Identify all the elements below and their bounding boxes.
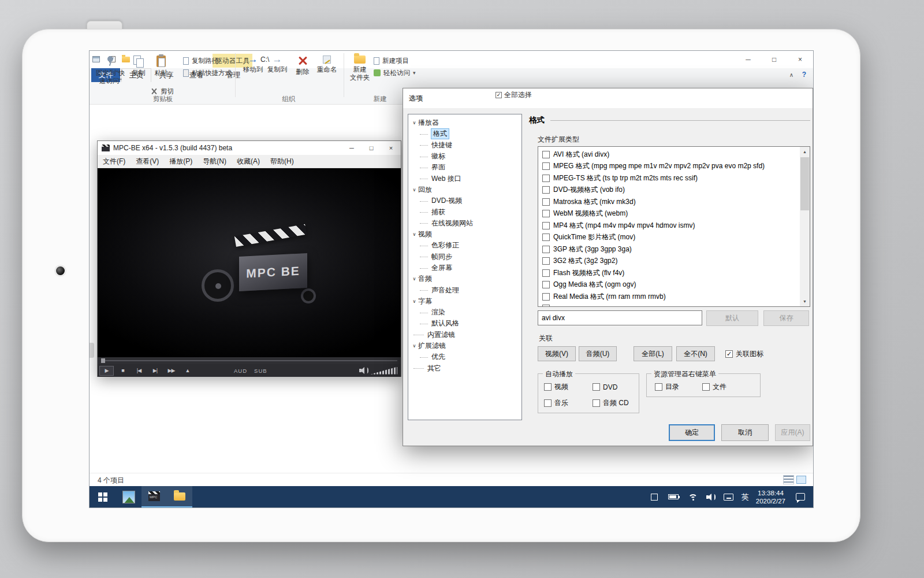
tree-item-Web 接口[interactable]: Web 接口: [408, 173, 521, 184]
tree-item-其它[interactable]: 其它: [408, 363, 521, 374]
left-edge-grip[interactable]: [90, 343, 94, 358]
format-item[interactable]: Real Media 格式 (rm ram rmm rmvb): [538, 291, 798, 303]
battery-icon[interactable]: [668, 494, 679, 499]
tree-item-DVD-视频[interactable]: DVD-视频: [408, 195, 521, 206]
format-item-partial[interactable]: [538, 303, 798, 307]
tree-item-在线视频网站[interactable]: 在线视频网站: [408, 218, 521, 229]
checkbox-unchecked[interactable]: [542, 269, 550, 277]
checkbox-unchecked[interactable]: [542, 162, 550, 170]
mpc-seekbar[interactable]: [98, 357, 401, 364]
copy-button[interactable]: 复制: [128, 53, 150, 77]
tree-item-界面[interactable]: 界面: [408, 162, 521, 173]
chevron-down-icon[interactable]: ∨: [411, 276, 418, 281]
eject-button[interactable]: ▲: [180, 366, 195, 376]
easy-access-button[interactable]: 轻松访问 ▾: [374, 67, 416, 79]
minimize-button[interactable]: ─: [342, 141, 362, 155]
format-item[interactable]: 3G2 格式 (3g2 3gp2): [538, 255, 798, 268]
copy-to-button[interactable]: → 复制到: [265, 53, 289, 73]
checkbox-unchecked[interactable]: [542, 186, 550, 194]
taskbar-mpc-button[interactable]: [141, 486, 167, 507]
close-button[interactable]: ×: [381, 141, 401, 155]
checkbox-unchecked[interactable]: [593, 383, 600, 391]
checkbox-item-目录[interactable]: 目录: [655, 382, 702, 392]
new-item-button[interactable]: 新建项目: [374, 55, 409, 66]
move-to-button[interactable]: → 移动到: [241, 53, 265, 73]
checkbox-unchecked[interactable]: [542, 293, 550, 301]
apply-button[interactable]: 应用(A): [775, 424, 810, 441]
pin-to-quick-access-button[interactable]: 固定到"快速访问": [93, 53, 128, 85]
save-button[interactable]: 保存: [763, 310, 809, 326]
wifi-icon[interactable]: [688, 493, 698, 501]
rename-button[interactable]: 重命名: [314, 53, 340, 73]
volume-slider[interactable]: [371, 367, 397, 375]
action-center-icon[interactable]: [796, 493, 805, 501]
details-view-icon[interactable]: [784, 476, 793, 484]
checkbox-unchecked[interactable]: [544, 383, 552, 391]
paste-shortcut-button[interactable]: 粘贴快捷方式: [183, 67, 232, 79]
maximize-button[interactable]: □: [362, 141, 381, 155]
tree-item-扩展滤镜[interactable]: ∨扩展滤镜: [408, 340, 521, 351]
new-folder-button[interactable]: 新建文件夹: [347, 53, 372, 81]
tree-item-播放器[interactable]: ∨播放器: [408, 117, 521, 128]
tree-item-音频[interactable]: ∨音频: [408, 273, 521, 284]
clock[interactable]: 13:38:44 2020/2/27: [756, 489, 785, 505]
format-item[interactable]: MPEG 格式 (mpg mpeg mpe m1v m2v mpv2 mp2v …: [538, 161, 798, 173]
step-button[interactable]: ▶▶: [164, 366, 178, 376]
copy-path-button[interactable]: 复制路径: [183, 55, 218, 66]
tree-item-回放[interactable]: ∨回放: [408, 184, 521, 195]
cancel-button[interactable]: 取消: [721, 424, 769, 441]
checkbox-unchecked[interactable]: [542, 151, 550, 158]
tree-item-内置滤镜[interactable]: 内置滤镜: [408, 329, 521, 340]
tree-item-声音处理[interactable]: 声音处理: [408, 284, 521, 295]
checkbox-unchecked[interactable]: [702, 383, 710, 391]
scrollbar[interactable]: ▲ ▼: [800, 147, 810, 306]
default-button[interactable]: 默认: [706, 310, 758, 326]
checkbox-unchecked[interactable]: [542, 198, 550, 206]
tree-item-默认风格[interactable]: 默认风格: [408, 318, 521, 329]
associate-icons-checkbox[interactable]: ✓ 关联图标: [725, 349, 763, 359]
ok-button[interactable]: 确定: [669, 424, 715, 441]
seek-thumb[interactable]: [101, 358, 105, 363]
checkbox-unchecked[interactable]: [593, 399, 600, 407]
chevron-down-icon[interactable]: ∨: [411, 187, 418, 192]
menu-item[interactable]: 导航(N): [198, 155, 232, 168]
format-item[interactable]: Flash 视频格式 (flv f4v): [538, 267, 798, 279]
tree-item-渲染[interactable]: 渲染: [408, 307, 521, 318]
maximize-button[interactable]: □: [761, 51, 787, 68]
audio-assoc-button[interactable]: 音频(U): [579, 346, 617, 361]
tray-window-icon[interactable]: [651, 494, 658, 501]
format-item[interactable]: 3GP 格式 (3gp 3gpp 3ga): [538, 243, 798, 255]
checkbox-unchecked[interactable]: [544, 399, 552, 407]
tree-item-色彩修正[interactable]: 色彩修正: [408, 240, 521, 251]
video-assoc-button[interactable]: 视频(V): [538, 346, 576, 361]
stop-button[interactable]: ■: [116, 366, 130, 376]
checkbox-checked[interactable]: ✓: [725, 350, 733, 358]
paste-button[interactable]: 粘贴: [150, 53, 173, 77]
tree-item-全屏幕[interactable]: 全屏幕: [408, 262, 521, 273]
checkbox-item-音乐[interactable]: 音乐: [544, 398, 593, 408]
format-item[interactable]: MP4 格式 (mp4 m4v mp4v mpv4 hdmov ismv): [538, 220, 798, 232]
taskbar-explorer-button[interactable]: [167, 486, 192, 507]
scroll-up-icon[interactable]: ▲: [800, 147, 810, 157]
checkbox-item-文件[interactable]: 文件: [702, 382, 760, 392]
checkbox-item-视频[interactable]: 视频: [544, 382, 593, 392]
touch-keyboard-icon[interactable]: [724, 494, 733, 501]
scrollbar-thumb[interactable]: [800, 157, 809, 210]
subtitle-indicator[interactable]: SUB: [254, 368, 267, 374]
format-item[interactable]: AVI 格式 (avi divx): [538, 149, 798, 161]
tree-item-快捷键[interactable]: 快捷键: [408, 140, 521, 151]
format-item[interactable]: Matroska 格式 (mkv mk3d): [538, 196, 798, 208]
tree-item-帧同步[interactable]: 帧同步: [408, 251, 521, 262]
previous-button[interactable]: |◀: [132, 366, 146, 376]
close-button[interactable]: ×: [787, 51, 813, 68]
none-assoc-button[interactable]: 全不(N): [676, 346, 715, 361]
thumbnail-view-icon[interactable]: [796, 476, 806, 484]
checkbox-unchecked[interactable]: [542, 175, 550, 182]
checkbox-unchecked[interactable]: [542, 222, 550, 229]
volume-icon[interactable]: [359, 367, 368, 374]
menu-item[interactable]: 查看(V): [131, 155, 164, 168]
chevron-down-icon[interactable]: ∨: [411, 299, 418, 304]
scroll-down-icon[interactable]: ▼: [800, 297, 810, 306]
chevron-down-icon[interactable]: ∨: [411, 343, 418, 349]
checkbox-unchecked[interactable]: [542, 246, 550, 253]
